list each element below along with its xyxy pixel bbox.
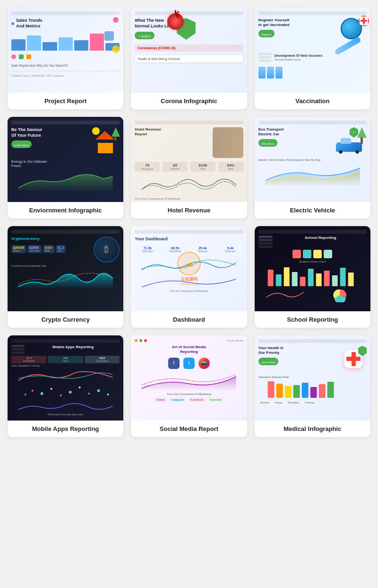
svg-point-22 (107, 394, 109, 395)
card-electric-vehicle[interactable]: Eco Transport Electric Car View More (255, 117, 370, 219)
thumb-project-report: Sales Trends And Metrics (8, 8, 123, 93)
card-corona-infographic[interactable]: What The New Normal Looks Like + button (131, 8, 247, 109)
card-mobile-apps-reporting[interactable]: Mobile Apps Reporting 31.5 Downloads 234… (8, 335, 123, 437)
thumb-vaccination: Register Yourself to get Vaccinated Regi… (255, 8, 370, 93)
card-label: School Reporting (255, 311, 370, 328)
svg-rect-29 (318, 384, 325, 398)
card-label: Electric Vehicle (255, 202, 370, 219)
svg-rect-6 (308, 269, 313, 286)
thumb-social-media-report: Social Media Art of Social Media Reporti… (131, 335, 247, 421)
card-label: Mobile Apps Reporting (8, 421, 123, 437)
svg-point-17 (60, 395, 62, 396)
svg-rect-4 (292, 272, 297, 286)
card-school-reporting[interactable]: School Reporting Student Library Chart (255, 226, 370, 328)
thumb-mobile-apps-reporting: Mobile Apps Reporting 31.5 Downloads 234… (8, 335, 123, 421)
svg-rect-1 (267, 270, 273, 286)
svg-rect-2 (275, 274, 281, 286)
thumb-hotel-revenue: Hotel Revenue Report 78 Occupancy 65 Rev… (131, 117, 247, 202)
card-medical-infographic[interactable]: Your Health Is Our Priority Learn More (255, 335, 370, 437)
svg-rect-7 (316, 273, 321, 286)
thumb-corona-infographic: What The New Normal Looks Like + button (131, 8, 247, 93)
card-label: Dashboard (131, 311, 247, 328)
thumb-dashboard: ☁ 云创源码 LOGO.COM Your Dashboard 71.5k Tot… (131, 226, 247, 311)
card-label: Social Media Report (131, 421, 247, 437)
card-grid: Sales Trends And Metrics (0, 0, 378, 445)
card-environment-infographic[interactable]: Be The Saviour Of Your Future Learn More (8, 117, 123, 219)
thumb-environment-infographic: Be The Saviour Of Your Future Learn More (8, 117, 123, 202)
card-hotel-revenue[interactable]: Hotel Revenue Report 78 Occupancy 65 Rev… (131, 117, 247, 219)
svg-point-14 (32, 390, 34, 392)
svg-rect-26 (293, 385, 300, 398)
svg-rect-25 (284, 386, 291, 398)
svg-point-16 (51, 388, 52, 390)
svg-rect-9 (332, 275, 337, 286)
svg-point-13 (25, 394, 26, 395)
svg-rect-3 (284, 267, 289, 286)
svg-rect-28 (310, 387, 317, 398)
card-label: Hotel Revenue (131, 202, 247, 219)
svg-rect-8 (324, 271, 329, 286)
thumb-electric-vehicle: Eco Transport Electric Car View More (255, 117, 370, 202)
thumb-medical-infographic: Your Health Is Our Priority Learn More (255, 335, 370, 421)
card-label: Enviornment Infographic (8, 202, 123, 219)
svg-point-18 (69, 391, 72, 394)
card-label: Project Report (8, 93, 123, 109)
card-crypto-currency[interactable]: Cryptocurrency $26409 Bitcoin $1650 Ethe… (8, 226, 123, 328)
svg-rect-24 (276, 384, 283, 398)
card-project-report[interactable]: Sales Trends And Metrics (8, 8, 123, 109)
thumb-school-reporting: School Reporting Student Library Chart (255, 226, 370, 311)
svg-rect-23 (267, 381, 274, 398)
svg-rect-11 (348, 272, 353, 286)
card-vaccination[interactable]: Register Yourself to get Vaccinated Regi… (255, 8, 370, 109)
svg-rect-10 (340, 268, 345, 286)
card-label: Medical Infographic (255, 421, 370, 437)
svg-rect-30 (327, 382, 334, 398)
svg-rect-27 (301, 383, 308, 398)
svg-point-19 (79, 386, 81, 388)
svg-point-20 (88, 393, 90, 395)
card-social-media-report[interactable]: Social Media Art of Social Media Reporti… (131, 335, 247, 437)
svg-point-15 (41, 392, 43, 395)
thumb-crypto-currency: Cryptocurrency $26409 Bitcoin $1650 Ethe… (8, 226, 123, 311)
svg-rect-5 (300, 277, 305, 286)
card-label: Corona Infographic (131, 93, 247, 109)
svg-point-21 (97, 389, 100, 392)
card-label: Crypto Currency (8, 311, 123, 328)
card-label: Vaccination (255, 93, 370, 109)
card-dashboard[interactable]: ☁ 云创源码 LOGO.COM Your Dashboard 71.5k Tot… (131, 226, 247, 328)
